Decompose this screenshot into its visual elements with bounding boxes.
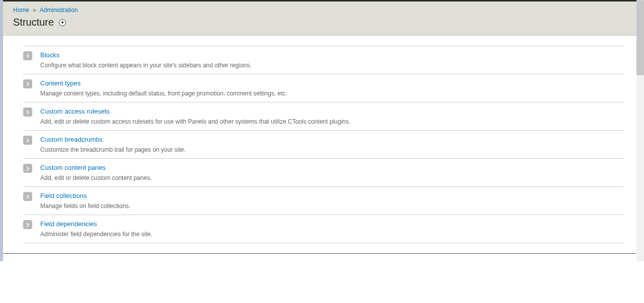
list-item: Field dependencies Administer field depe…: [23, 215, 624, 243]
chevron-right-icon: [23, 108, 32, 117]
breadcrumb-home[interactable]: Home: [13, 7, 29, 14]
link-custom-access-rulesets[interactable]: Custom access rulesets: [40, 108, 110, 115]
breadcrumb-administration[interactable]: Administration: [40, 7, 78, 14]
chevron-right-icon: [23, 51, 32, 60]
list-item: Blocks Configure what block content appe…: [23, 46, 624, 74]
list-item: Custom access rulesets Add, edit or dele…: [23, 103, 624, 131]
chevron-right-icon: [23, 136, 32, 145]
item-description: Add, edit or delete custom content panes…: [40, 174, 624, 181]
list-item: Content types Manage content types, incl…: [23, 74, 624, 103]
content-area: Blocks Configure what block content appe…: [3, 36, 644, 253]
chevron-right-icon: [23, 192, 32, 201]
link-field-collections[interactable]: Field collections: [40, 192, 87, 199]
link-blocks[interactable]: Blocks: [40, 51, 59, 59]
item-description: Administer field dependencies for the si…: [40, 231, 624, 238]
item-description: Add, edit or delete custom access rulese…: [40, 118, 624, 125]
item-description: Manage fields on field collections.: [40, 203, 624, 210]
item-description: Customize the breadcrumb trail for pages…: [40, 146, 624, 153]
chevron-right-icon: [23, 220, 32, 229]
page-title: Structure: [13, 17, 54, 28]
scrollbar-track[interactable]: [636, 0, 644, 261]
list-item: Custom content panes Add, edit or delete…: [23, 159, 624, 187]
chevron-right-icon: [23, 79, 32, 88]
admin-list: Blocks Configure what block content appe…: [23, 46, 624, 243]
link-custom-content-panes[interactable]: Custom content panes: [40, 164, 106, 171]
item-description: Manage content types, including default …: [40, 90, 624, 97]
chevron-right-icon: [23, 164, 32, 173]
add-shortcut-icon[interactable]: +: [59, 19, 66, 26]
item-description: Configure what block content appears in …: [40, 62, 624, 69]
footer-divider: [3, 253, 644, 254]
page-header: Home » Administration Structure +: [3, 2, 644, 36]
link-content-types[interactable]: Content types: [40, 79, 80, 87]
list-item: Field collections Manage fields on field…: [23, 187, 624, 215]
link-custom-breadcrumbs[interactable]: Custom breadcrumbs: [40, 136, 103, 143]
scrollbar-thumb[interactable]: [636, 0, 644, 75]
breadcrumb: Home » Administration: [13, 7, 634, 14]
link-field-dependencies[interactable]: Field dependencies: [40, 220, 97, 228]
list-item: Custom breadcrumbs Customize the breadcr…: [23, 131, 624, 159]
breadcrumb-separator: »: [33, 7, 36, 14]
